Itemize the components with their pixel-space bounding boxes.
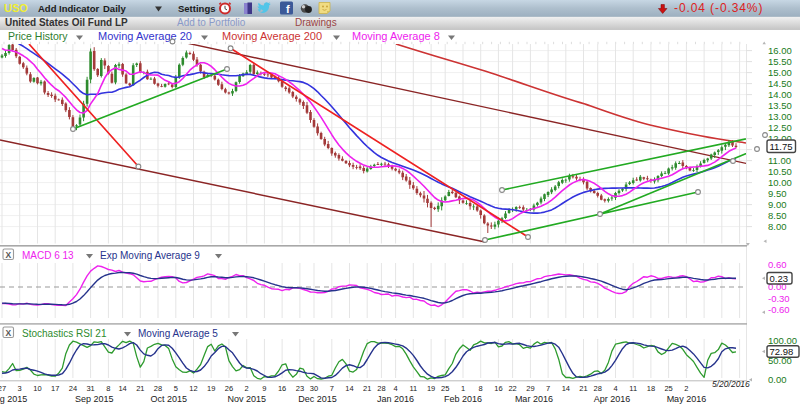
svg-text:X: X [5, 328, 11, 338]
svg-text:21: 21 [136, 384, 144, 393]
svg-text:Apr 2016: Apr 2016 [594, 394, 631, 404]
svg-text:USO: USO [4, 2, 28, 14]
svg-text:15.00: 15.00 [768, 67, 792, 78]
svg-text:5: 5 [174, 384, 178, 393]
svg-text:Settings: Settings [178, 3, 215, 14]
svg-text:9.50: 9.50 [768, 188, 787, 199]
svg-text:100.00: 100.00 [768, 335, 797, 346]
svg-text:11: 11 [409, 384, 417, 393]
svg-text:4: 4 [394, 384, 398, 393]
svg-text:18: 18 [647, 384, 655, 393]
svg-text:11.00: 11.00 [768, 155, 791, 166]
svg-text:25: 25 [441, 384, 449, 393]
svg-text:13.50: 13.50 [768, 100, 792, 111]
svg-text:Add Indicator: Add Indicator [38, 3, 100, 14]
svg-text:-0.04 (-0.34%): -0.04 (-0.34%) [674, 1, 763, 15]
svg-text:Stochastics RSI 21: Stochastics RSI 21 [22, 328, 107, 339]
svg-text:14.00: 14.00 [768, 89, 792, 100]
svg-text:8: 8 [106, 384, 110, 393]
svg-text:9: 9 [262, 384, 266, 393]
svg-text:29: 29 [526, 384, 534, 393]
svg-text:24: 24 [69, 384, 77, 393]
svg-text:10.00: 10.00 [768, 177, 792, 188]
svg-text:2: 2 [684, 384, 688, 393]
svg-text:Oct 2015: Oct 2015 [150, 394, 187, 404]
svg-text:8: 8 [479, 384, 483, 393]
svg-text:8.50: 8.50 [768, 210, 787, 221]
svg-text:15.50: 15.50 [768, 56, 792, 67]
svg-text:Sep 2015: Sep 2015 [75, 394, 114, 404]
svg-text:Price History: Price History [8, 30, 68, 42]
svg-text:5/20/2016: 5/20/2016 [712, 379, 750, 389]
svg-text:8.00: 8.00 [768, 221, 787, 232]
svg-text:Daily: Daily [103, 3, 126, 14]
svg-text:Drawings: Drawings [295, 17, 337, 28]
svg-text:11.75: 11.75 [770, 141, 793, 152]
svg-text:-0.60: -0.60 [768, 304, 790, 315]
svg-text:0.23: 0.23 [770, 273, 789, 284]
svg-text:28: 28 [377, 384, 385, 393]
svg-text:72.98: 72.98 [770, 346, 794, 357]
svg-text:Dec 2015: Dec 2015 [298, 394, 337, 404]
svg-text:26: 26 [225, 384, 233, 393]
svg-text:Moving Average 8: Moving Average 8 [352, 30, 440, 42]
svg-text:Moving Average 20: Moving Average 20 [98, 30, 192, 42]
svg-text:28: 28 [594, 384, 602, 393]
svg-text:United States Oil Fund LP: United States Oil Fund LP [5, 17, 128, 28]
svg-text:Mar 2016: Mar 2016 [515, 394, 553, 404]
svg-text:Moving Average 200: Moving Average 200 [222, 30, 322, 42]
svg-text:16.00: 16.00 [768, 45, 792, 56]
svg-text:-0.30: -0.30 [768, 293, 790, 304]
svg-text:Nov 2015: Nov 2015 [227, 394, 266, 404]
svg-text:19: 19 [207, 384, 215, 393]
svg-text:19: 19 [427, 384, 435, 393]
svg-text:22: 22 [508, 384, 516, 393]
svg-text:31: 31 [86, 384, 94, 393]
svg-text:Jan 2016: Jan 2016 [377, 394, 414, 404]
svg-text:17: 17 [51, 384, 59, 393]
svg-text:12: 12 [189, 384, 197, 393]
svg-text:May 2016: May 2016 [667, 394, 707, 404]
svg-text:3: 3 [18, 384, 22, 393]
svg-text:Feb 2016: Feb 2016 [444, 394, 482, 404]
svg-text:Exp Moving Average 9: Exp Moving Average 9 [100, 250, 200, 261]
svg-text:13.00: 13.00 [768, 111, 792, 122]
svg-text:11: 11 [629, 384, 637, 393]
svg-text:25: 25 [664, 384, 672, 393]
svg-text:f: f [286, 3, 290, 15]
svg-text:21: 21 [579, 384, 587, 393]
svg-text:9.00: 9.00 [768, 199, 787, 210]
svg-text:Add to Portfolio: Add to Portfolio [177, 17, 246, 28]
svg-text:28: 28 [154, 384, 162, 393]
svg-text:7: 7 [330, 384, 334, 393]
svg-text:2: 2 [245, 384, 249, 393]
svg-text:14.50: 14.50 [768, 78, 792, 89]
svg-text:14: 14 [118, 384, 126, 393]
svg-text:21: 21 [363, 384, 371, 393]
svg-text:10.50: 10.50 [768, 166, 792, 177]
svg-text:27: 27 [0, 384, 6, 393]
svg-text:12.50: 12.50 [768, 122, 792, 133]
svg-text:10: 10 [33, 384, 41, 393]
svg-text:Moving Average 5: Moving Average 5 [138, 328, 218, 339]
svg-text:0.00: 0.00 [768, 374, 787, 385]
svg-text:1: 1 [461, 384, 465, 393]
svg-text:4: 4 [613, 384, 617, 393]
svg-text:30: 30 [310, 384, 318, 393]
svg-text:Aug 2015: Aug 2015 [0, 394, 27, 404]
svg-text:16: 16 [494, 384, 502, 393]
svg-text:MACD 6 13: MACD 6 13 [22, 250, 74, 261]
svg-text:14: 14 [345, 384, 353, 393]
svg-text:0.60: 0.60 [768, 259, 787, 270]
svg-text:16: 16 [278, 384, 286, 393]
svg-text:23: 23 [296, 384, 304, 393]
svg-text:X: X [5, 250, 11, 260]
svg-text:14: 14 [562, 384, 570, 393]
svg-text:7: 7 [546, 384, 550, 393]
